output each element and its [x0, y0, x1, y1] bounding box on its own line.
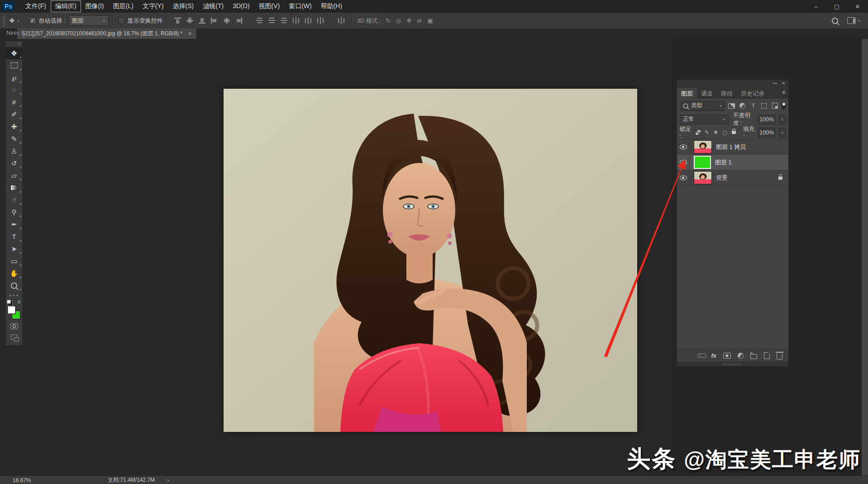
fill-dropdown-button[interactable]: ∨: [779, 128, 786, 138]
distribute-vertical-centers-icon[interactable]: [268, 17, 276, 24]
align-bottom-edges-icon[interactable]: [198, 17, 206, 24]
hand-tool[interactable]: ✋: [6, 267, 22, 279]
workspace-switcher[interactable]: ∨: [847, 17, 861, 24]
layer-effects-icon[interactable]: fx: [711, 352, 716, 359]
smudge-tool[interactable]: ☝: [6, 194, 22, 206]
lasso-tool[interactable]: ℘: [6, 72, 22, 84]
layer-thumbnail[interactable]: [694, 156, 711, 169]
tool-preset-picker[interactable]: ✥ ∨: [10, 17, 20, 24]
new-layer-icon[interactable]: [764, 352, 770, 359]
options-bar-grip[interactable]: [3, 16, 5, 26]
align-left-edges-icon[interactable]: [210, 17, 218, 24]
minimize-button[interactable]: –: [806, 0, 826, 13]
3d-orbit-icon[interactable]: ↻: [386, 17, 391, 24]
menu-select[interactable]: 选择(S): [168, 0, 199, 12]
panel-resize-gripper[interactable]: [677, 362, 788, 366]
foreground-color-swatch[interactable]: [7, 306, 16, 314]
auto-select-target-dropdown[interactable]: 图层 ∨: [69, 15, 109, 26]
menu-3d[interactable]: 3D(D): [228, 0, 254, 12]
pen-tool[interactable]: ✒: [6, 218, 22, 230]
menu-view[interactable]: 视图(V): [254, 0, 284, 12]
filter-type-dropdown[interactable]: 类型 ∨: [680, 101, 725, 111]
layer-name[interactable]: 背景: [716, 174, 728, 182]
adjustment-layer-icon[interactable]: [738, 353, 744, 359]
clone-stamp-tool[interactable]: ♙: [6, 145, 22, 157]
menu-type[interactable]: 文字(Y): [138, 0, 168, 12]
tab-paths[interactable]: 路径: [717, 88, 737, 99]
opacity-value[interactable]: 100%: [758, 115, 775, 125]
layer-row-background[interactable]: 背景: [677, 170, 788, 186]
lock-transparency-icon[interactable]: [695, 129, 701, 135]
distribute-horizontal-centers-icon[interactable]: [305, 17, 312, 24]
menu-layer[interactable]: 图层(L): [109, 0, 138, 12]
panel-menu-icon[interactable]: ≡: [779, 88, 788, 99]
auto-select-checkbox[interactable]: ✓: [29, 17, 36, 24]
layer-row-copy[interactable]: 图层 1 拷贝: [677, 139, 788, 155]
quick-selection-tool[interactable]: ◌: [6, 84, 22, 96]
filter-toggle-icon[interactable]: [782, 102, 786, 110]
visibility-toggle[interactable]: [677, 139, 690, 154]
layer-name[interactable]: 图层 1: [715, 158, 732, 167]
filter-type-layers-icon[interactable]: T: [749, 103, 757, 109]
default-colors-icon[interactable]: [8, 301, 13, 306]
lock-position-icon[interactable]: ✥: [713, 129, 719, 135]
tab-channels[interactable]: 通道: [697, 88, 717, 99]
swap-colors-icon[interactable]: ⇄: [16, 299, 22, 305]
edit-toolbar-button[interactable]: • • •: [6, 292, 22, 300]
3d-camera-icon[interactable]: ▣: [427, 17, 433, 24]
distribute-bottom-edges-icon[interactable]: [280, 17, 288, 24]
tab-close-icon[interactable]: ✕: [188, 31, 192, 37]
distribute-right-edges-icon[interactable]: [317, 17, 324, 24]
opacity-dropdown-button[interactable]: ∨: [779, 115, 786, 125]
lock-pixels-icon[interactable]: ✎: [704, 129, 710, 135]
layer-thumbnail[interactable]: [694, 171, 712, 184]
lock-all-icon[interactable]: [730, 131, 737, 134]
show-transform-checkbox[interactable]: [118, 17, 125, 24]
search-icon[interactable]: [832, 18, 838, 24]
align-horizontal-centers-icon[interactable]: [223, 17, 230, 24]
filter-smart-objects-icon[interactable]: [771, 103, 779, 109]
filter-shape-layers-icon[interactable]: [760, 103, 768, 109]
3d-pan-icon[interactable]: ✥: [406, 17, 411, 24]
panel-collapse-icon[interactable]: ««: [773, 81, 777, 86]
menu-window[interactable]: 窗口(W): [284, 0, 316, 12]
dodge-tool[interactable]: ⚲: [6, 206, 22, 218]
distribute-left-edges-icon[interactable]: [292, 17, 300, 24]
align-vertical-centers-icon[interactable]: [186, 17, 194, 24]
menu-help[interactable]: 帮助(H): [316, 0, 347, 12]
rectangular-marquee-tool[interactable]: [6, 59, 22, 72]
align-top-edges-icon[interactable]: [174, 17, 181, 24]
maximize-button[interactable]: ▢: [826, 0, 847, 13]
move-tool[interactable]: ✥: [6, 47, 22, 59]
spot-healing-brush-tool[interactable]: ✚: [6, 120, 22, 133]
visibility-toggle[interactable]: [677, 170, 690, 185]
type-tool[interactable]: T: [6, 230, 22, 243]
filter-adjustment-layers-icon[interactable]: [738, 103, 746, 109]
add-layer-mask-icon[interactable]: [723, 353, 731, 359]
floating-window-controls[interactable]: » ✕: [23, 34, 38, 39]
close-button[interactable]: ✕: [847, 0, 868, 13]
document-canvas[interactable]: [224, 89, 637, 432]
tab-history[interactable]: 历史记录: [737, 88, 768, 99]
delete-layer-icon[interactable]: [777, 352, 782, 359]
layer-name[interactable]: 图层 1 拷贝: [716, 143, 746, 151]
floating-window-title[interactable]: Ninis: [6, 29, 19, 36]
menu-image[interactable]: 图像(I): [81, 0, 109, 12]
path-selection-tool[interactable]: ➤: [6, 243, 22, 255]
eyedropper-tool[interactable]: ✐: [6, 108, 22, 120]
distribute-top-edges-icon[interactable]: [256, 17, 263, 24]
shape-tool[interactable]: ▭: [6, 255, 22, 267]
screen-mode-button[interactable]: [6, 331, 22, 342]
history-brush-tool[interactable]: ↺: [6, 157, 22, 169]
layer-row-green[interactable]: 图层 1: [677, 155, 788, 170]
crop-tool[interactable]: #: [6, 96, 22, 108]
align-right-edges-icon[interactable]: [235, 17, 243, 24]
blend-mode-dropdown[interactable]: 正常 ∨: [680, 115, 729, 125]
fill-value[interactable]: 100%: [758, 128, 775, 138]
3d-roll-icon[interactable]: ◎: [396, 17, 401, 24]
new-group-icon[interactable]: [750, 353, 757, 359]
menu-file[interactable]: 文件(F): [21, 0, 51, 12]
quick-mask-button[interactable]: [6, 321, 22, 331]
visibility-toggle[interactable]: [677, 155, 690, 170]
3d-slide-icon[interactable]: ⇄: [417, 17, 422, 24]
